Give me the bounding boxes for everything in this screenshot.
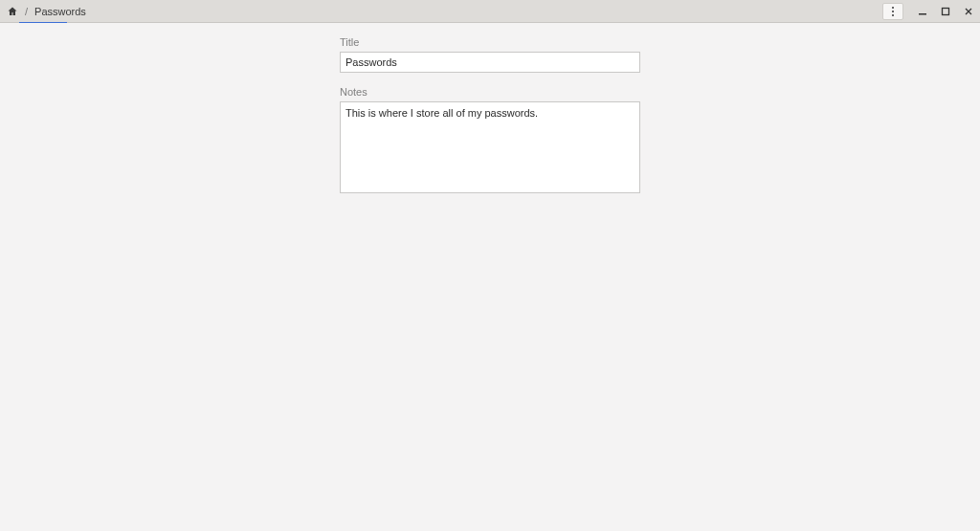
main-content: Title Notes bbox=[0, 23, 980, 197]
svg-point-2 bbox=[892, 14, 894, 16]
breadcrumb-active-indicator bbox=[19, 22, 67, 23]
minimize-button[interactable] bbox=[911, 0, 934, 23]
home-icon[interactable] bbox=[6, 5, 19, 18]
titlebar: / Passwords bbox=[0, 0, 980, 23]
svg-point-1 bbox=[892, 11, 894, 12]
window-controls bbox=[882, 0, 980, 22]
title-input[interactable] bbox=[340, 52, 640, 73]
maximize-button[interactable] bbox=[934, 0, 957, 23]
notes-textarea[interactable] bbox=[340, 101, 640, 193]
notes-label: Notes bbox=[340, 86, 640, 98]
svg-rect-3 bbox=[919, 13, 926, 15]
close-button[interactable] bbox=[957, 0, 980, 23]
svg-rect-4 bbox=[943, 8, 949, 14]
menu-button[interactable] bbox=[882, 3, 903, 20]
breadcrumb: / Passwords bbox=[0, 0, 87, 22]
edit-form: Title Notes bbox=[340, 36, 640, 197]
breadcrumb-separator: / bbox=[25, 6, 28, 17]
title-label: Title bbox=[340, 36, 640, 48]
breadcrumb-current[interactable]: Passwords bbox=[33, 6, 87, 17]
svg-point-0 bbox=[892, 7, 894, 9]
